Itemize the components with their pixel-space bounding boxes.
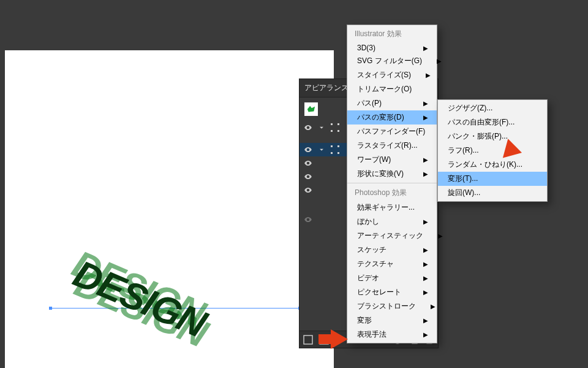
menu-item-artistic[interactable]: アーティスティック▶ bbox=[347, 229, 437, 243]
submenu-item-transform[interactable]: 変形(T)... bbox=[438, 172, 547, 186]
submenu-arrow-icon: ▶ bbox=[423, 317, 428, 324]
menu-separator bbox=[347, 183, 437, 183]
menu-item-texture[interactable]: テクスチャ▶ bbox=[347, 257, 437, 271]
submenu-arrow-icon: ▶ bbox=[423, 100, 428, 107]
menu-item-pixelate[interactable]: ピクセレート▶ bbox=[347, 285, 437, 299]
menu-item-trim-marks[interactable]: トリムマーク(O) bbox=[347, 82, 437, 96]
svg-marker-0 bbox=[307, 106, 315, 112]
menu-item-blur[interactable]: ぼかし▶ bbox=[347, 215, 437, 229]
menu-item-rasterize[interactable]: ラスタライズ(R)... bbox=[347, 139, 437, 153]
menu-section-photoshop: Photoshop 効果 bbox=[347, 185, 437, 201]
menu-item-distort[interactable]: 変形▶ bbox=[347, 313, 437, 328]
appearance-thumbnail[interactable] bbox=[304, 102, 318, 116]
fill-swatch-icon[interactable] bbox=[330, 145, 340, 155]
visibility-toggle-icon[interactable] bbox=[303, 145, 313, 155]
submenu-arrow-icon: ▶ bbox=[423, 275, 428, 282]
canvas-text[interactable]: DESIGN DESIGN DESIGN bbox=[67, 251, 212, 346]
path-distort-submenu[interactable]: ジグザグ(Z)... パスの自由変形(F)... パンク・膨張(P)... ラフ… bbox=[437, 99, 548, 202]
opacity-square-icon[interactable] bbox=[303, 335, 313, 345]
submenu-arrow-icon: ▶ bbox=[423, 289, 428, 296]
submenu-arrow-icon: ▶ bbox=[426, 72, 431, 79]
menu-item-3d[interactable]: 3D(3)▶ bbox=[347, 42, 437, 54]
visibility-toggle-icon[interactable] bbox=[303, 185, 313, 195]
annotation-arrow-fx bbox=[331, 329, 348, 349]
stroke-swatch-icon[interactable] bbox=[330, 123, 340, 132]
svg-rect-1 bbox=[304, 335, 312, 344]
menu-section-illustrator: Illustrator 効果 bbox=[347, 26, 437, 42]
submenu-item-punk-bloat[interactable]: パンク・膨張(P)... bbox=[438, 129, 547, 144]
submenu-arrow-icon: ▶ bbox=[423, 261, 428, 267]
submenu-item-random-twist[interactable]: ランダム・ひねり(K)... bbox=[438, 158, 547, 172]
visibility-toggle-icon[interactable] bbox=[303, 172, 313, 182]
submenu-arrow-icon: ▶ bbox=[437, 58, 442, 64]
expand-icon[interactable] bbox=[317, 145, 326, 155]
appearance-panel-title: アピアランス bbox=[304, 83, 349, 92]
path-anchor-left[interactable] bbox=[49, 307, 52, 310]
submenu-item-free-distort[interactable]: パスの自由変形(F)... bbox=[438, 115, 547, 129]
artboard[interactable]: DESIGN DESIGN DESIGN bbox=[5, 50, 334, 368]
submenu-arrow-icon: ▶ bbox=[423, 171, 428, 177]
submenu-arrow-icon: ▶ bbox=[438, 232, 443, 239]
submenu-arrow-icon: ▶ bbox=[423, 114, 428, 121]
menu-item-video[interactable]: ビデオ▶ bbox=[347, 271, 437, 285]
effects-menu[interactable]: Illustrator 効果 3D(3)▶ SVG フィルター(G)▶ スタイラ… bbox=[347, 25, 437, 343]
submenu-arrow-icon: ▶ bbox=[423, 45, 428, 52]
submenu-arrow-icon: ▶ bbox=[423, 331, 428, 338]
menu-item-path[interactable]: パス(P)▶ bbox=[347, 96, 437, 110]
submenu-arrow-icon: ▶ bbox=[431, 303, 435, 310]
menu-item-convert-shape[interactable]: 形状に変換(V)▶ bbox=[347, 167, 437, 181]
visibility-toggle-icon[interactable] bbox=[303, 215, 313, 224]
menu-item-brush-strokes[interactable]: ブラシストローク▶ bbox=[347, 299, 437, 313]
menu-item-stylize[interactable]: スタイライズ(S)▶ bbox=[347, 68, 437, 82]
submenu-arrow-icon: ▶ bbox=[423, 247, 428, 253]
visibility-toggle-icon[interactable] bbox=[303, 123, 313, 132]
submenu-item-zigzag[interactable]: ジグザグ(Z)... bbox=[438, 101, 547, 115]
menu-item-pathfinder[interactable]: パスファインダー(F)▶ bbox=[347, 125, 437, 139]
submenu-item-twist[interactable]: 旋回(W)... bbox=[438, 186, 547, 200]
expand-icon[interactable] bbox=[317, 123, 326, 132]
menu-item-stylize2[interactable]: 表現手法▶ bbox=[347, 328, 437, 342]
menu-item-svg-filter[interactable]: SVG フィルター(G)▶ bbox=[347, 54, 437, 68]
menu-item-effect-gallery[interactable]: 効果ギャラリー... bbox=[347, 201, 437, 215]
submenu-item-roughen[interactable]: ラフ(R)... bbox=[438, 144, 547, 158]
menu-item-sketch[interactable]: スケッチ▶ bbox=[347, 243, 437, 257]
submenu-arrow-icon: ▶ bbox=[423, 218, 428, 225]
visibility-toggle-icon[interactable] bbox=[303, 158, 313, 168]
menu-item-warp[interactable]: ワープ(W)▶ bbox=[347, 153, 437, 167]
menu-item-path-distort[interactable]: パスの変形(D)▶ bbox=[347, 110, 437, 125]
submenu-arrow-icon: ▶ bbox=[423, 156, 428, 163]
